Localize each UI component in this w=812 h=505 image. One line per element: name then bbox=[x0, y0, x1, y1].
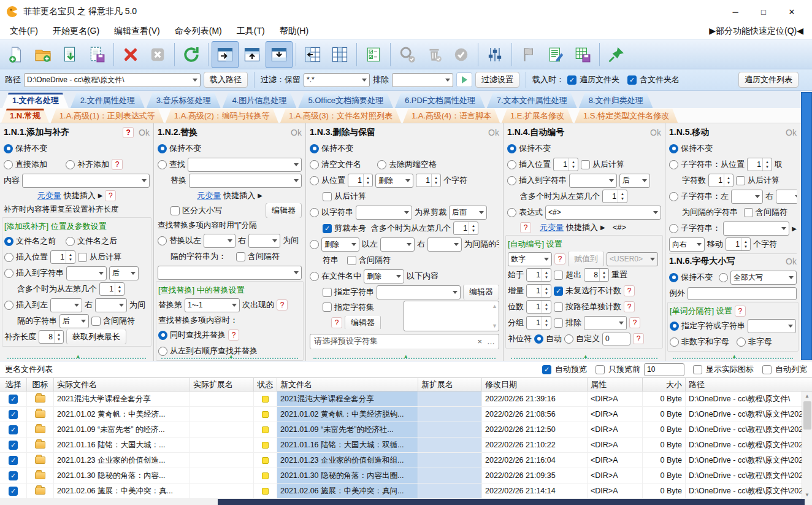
panel-bottom-toggle[interactable] bbox=[266, 41, 293, 68]
col-actual-name[interactable]: 实际文件名 bbox=[54, 378, 190, 391]
subtab-specific-type[interactable]: 1.S.特定类型文件名修改 bbox=[575, 109, 678, 123]
from-end-checkbox[interactable]: ✓ bbox=[736, 176, 745, 185]
help-icon[interactable]: ? bbox=[277, 299, 288, 310]
include-folder-name-checkbox[interactable]: ✓ bbox=[627, 75, 637, 85]
import-list-button[interactable] bbox=[56, 41, 83, 68]
maximize-button[interactable]: □ bbox=[749, 0, 778, 23]
specify-string-checkbox[interactable]: ✓ bbox=[323, 288, 332, 297]
from-position-radio[interactable] bbox=[310, 176, 319, 185]
search-disabled-button[interactable] bbox=[394, 41, 421, 68]
specify-separator-radio[interactable] bbox=[670, 322, 679, 331]
edit-list-button[interactable] bbox=[542, 41, 569, 68]
help-icon[interactable]: ? bbox=[624, 285, 635, 296]
refresh-button[interactable] bbox=[178, 41, 205, 68]
editor-button[interactable]: 编辑器 bbox=[463, 285, 499, 299]
load-path-button[interactable]: 载入路径 bbox=[204, 72, 248, 88]
substring-combobox[interactable] bbox=[723, 222, 789, 236]
delete-all-disabled-button[interactable] bbox=[144, 41, 171, 68]
delete-between-radio[interactable] bbox=[310, 240, 319, 249]
right-string-combobox[interactable] bbox=[95, 298, 127, 312]
substring-radio[interactable] bbox=[669, 224, 678, 233]
splitter-handle[interactable] bbox=[673, 358, 793, 359]
panel-vertical-scrollbar[interactable] bbox=[801, 92, 812, 360]
increment-spinner[interactable]: 1▲▼ bbox=[526, 284, 551, 298]
save-list-button[interactable] bbox=[83, 41, 110, 68]
nth-spinner[interactable]: 1▲▼ bbox=[453, 222, 478, 235]
minimize-button[interactable]: ─ bbox=[721, 0, 749, 23]
clear-name-radio[interactable] bbox=[310, 160, 319, 169]
replace-combobox[interactable] bbox=[189, 174, 302, 188]
keep-radio[interactable] bbox=[507, 144, 516, 153]
meta-variable-link[interactable]: 元变量 bbox=[197, 190, 221, 201]
keep-radio[interactable] bbox=[310, 144, 319, 153]
expand-arrow-icon[interactable]: ▶ bbox=[600, 224, 605, 231]
side-combobox[interactable]: 后 bbox=[619, 174, 650, 188]
auto-preview-checkbox[interactable]: ✓ bbox=[542, 365, 551, 374]
keep-radio[interactable] bbox=[669, 273, 678, 282]
expand-arrow-icon[interactable]: ▶ bbox=[98, 192, 103, 199]
help-icon[interactable]: ? bbox=[228, 330, 239, 341]
assign-target-combobox[interactable]: <USER0> bbox=[607, 252, 658, 266]
help-icon[interactable]: ? bbox=[633, 333, 644, 344]
flag-disabled-button[interactable] bbox=[515, 41, 542, 68]
case-mode-radio[interactable] bbox=[719, 273, 728, 282]
filter-settings-button[interactable]: 过滤设置 bbox=[475, 72, 519, 88]
menu-rename[interactable]: 开始更名(G) bbox=[45, 26, 107, 37]
help-icon[interactable]: ? bbox=[554, 253, 565, 264]
tab-file-classify[interactable]: 8.文件归类处理 bbox=[579, 93, 653, 108]
help-icon[interactable]: ? bbox=[629, 317, 640, 328]
replace-between-radio[interactable] bbox=[158, 236, 167, 245]
find-radio[interactable] bbox=[158, 160, 167, 169]
insert-between-radio[interactable] bbox=[4, 301, 13, 310]
subtab-script[interactable]: 1.A.高级(4)：语言脚本 bbox=[403, 109, 500, 123]
left-string-combobox[interactable] bbox=[380, 237, 415, 252]
table-row[interactable]: ✓2021.01.16 陆铭：大国大城：...2021.01.16 陆铭：大国大… bbox=[0, 438, 812, 453]
scroll-up-icon[interactable]: ▲ bbox=[805, 391, 810, 400]
expression-radio[interactable] bbox=[507, 208, 516, 217]
auto-pad-radio[interactable] bbox=[534, 334, 543, 344]
scroll-down-icon[interactable]: ▼ bbox=[805, 490, 810, 499]
menu-command-list[interactable]: 命令列表(M) bbox=[167, 26, 229, 37]
tab-pdf-attr[interactable]: 6.PDF文档属性处理 bbox=[395, 93, 485, 108]
table-row[interactable]: ✓2021.01.02 黄奇帆：中美经济...2021.01.02 黄奇帆：中美… bbox=[0, 407, 812, 422]
insert-to-string-radio[interactable] bbox=[4, 269, 13, 278]
close-button[interactable]: ✕ bbox=[778, 0, 806, 23]
preview-count-input[interactable]: 10 bbox=[644, 363, 684, 376]
col-mod-date[interactable]: 修改日期 bbox=[482, 378, 588, 391]
keep-radio[interactable] bbox=[669, 144, 678, 153]
right-string-combobox[interactable] bbox=[427, 237, 462, 252]
case-sensitive-checkbox[interactable]: ✓ bbox=[170, 206, 180, 215]
menu-edit-view[interactable]: 编辑查看(V) bbox=[107, 26, 167, 37]
by-string-radio[interactable] bbox=[310, 208, 319, 217]
menu-tools[interactable]: 工具(T) bbox=[229, 26, 272, 37]
help-icon[interactable]: ? bbox=[624, 301, 635, 312]
col-attr[interactable]: 属性 bbox=[588, 378, 643, 391]
include-separator-checkbox[interactable]: ✓ bbox=[347, 256, 356, 265]
in-name-radio[interactable] bbox=[310, 272, 319, 281]
table-row[interactable]: ✓2021.01.09 “未富先老” 的经济...2021.01.09 “未富先… bbox=[0, 422, 812, 438]
custom-pad-input[interactable]: 0 bbox=[602, 333, 630, 345]
side-combobox[interactable]: 后 bbox=[109, 266, 139, 280]
non-alpha-radio[interactable] bbox=[737, 337, 746, 347]
digits-spinner[interactable]: 1▲▼ bbox=[526, 300, 551, 314]
right-string-combobox[interactable] bbox=[248, 234, 280, 248]
insert-string-combobox[interactable] bbox=[66, 266, 107, 280]
row-checkbox[interactable]: ✓ bbox=[9, 456, 18, 465]
menu-file[interactable]: 文件(F) bbox=[2, 26, 45, 37]
col-select[interactable]: 选择 bbox=[0, 378, 27, 391]
from-end-checkbox[interactable]: ✓ bbox=[323, 192, 332, 201]
list-vertical-scrollbar[interactable]: ▲ ▼ bbox=[802, 391, 812, 499]
side-combobox[interactable]: 后面 bbox=[449, 206, 487, 220]
show-real-icons-checkbox[interactable]: ✓ bbox=[693, 365, 702, 374]
before-name-radio[interactable] bbox=[4, 237, 13, 246]
exception-input[interactable] bbox=[688, 287, 797, 300]
help-icon[interactable]: ? bbox=[105, 190, 116, 201]
row-checkbox[interactable]: ✓ bbox=[9, 471, 18, 480]
table-row[interactable]: ✓2021.01.23 企业家的价值创造...2021.01.23 企业家的价值… bbox=[0, 453, 812, 468]
columns-left-button[interactable] bbox=[299, 41, 326, 68]
assign-to-button[interactable]: 赋值到 bbox=[568, 252, 604, 266]
help-icon[interactable]: ? bbox=[331, 317, 342, 328]
number-type-combobox[interactable]: 数字 bbox=[508, 252, 552, 266]
pad-length-spinner[interactable]: 8▲▼ bbox=[39, 330, 64, 344]
from-end-checkbox[interactable]: ✓ bbox=[581, 160, 590, 169]
